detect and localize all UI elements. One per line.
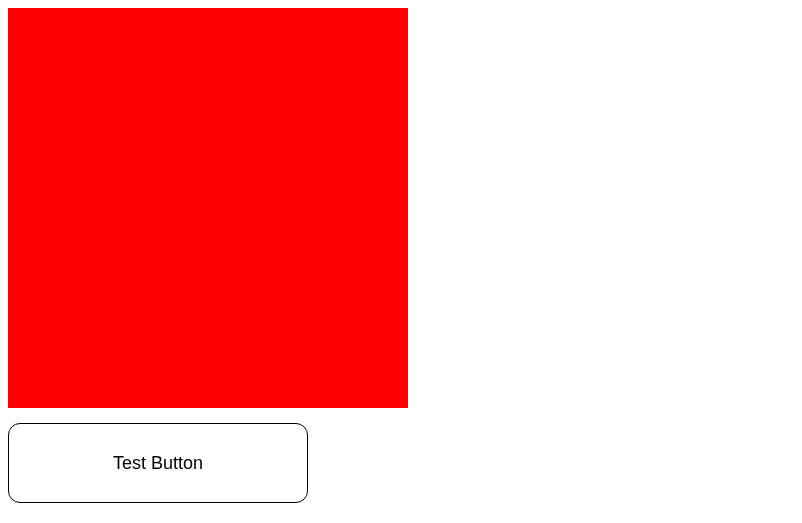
test-button[interactable]: Test Button xyxy=(8,423,308,503)
red-box xyxy=(8,8,408,408)
